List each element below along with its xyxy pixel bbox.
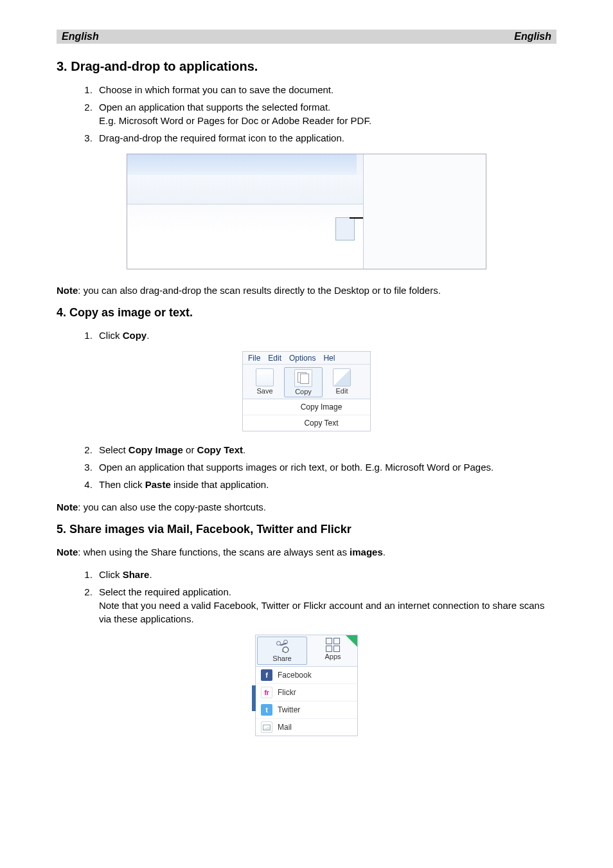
section5-title: 5. Share images via Mail, Facebook, Twit…: [57, 523, 556, 536]
menu-edit[interactable]: Edit: [268, 354, 281, 363]
apps-icon: [326, 638, 340, 652]
menu-file[interactable]: File: [248, 354, 260, 363]
s4-step-2: Select Copy Image or Copy Text.: [95, 443, 556, 457]
share-dropdown-screenshot: Share Apps f Facebook fr Flickr t: [255, 635, 358, 736]
flickr-icon: fr: [261, 687, 272, 698]
copyui-menubar: File Edit Options Hel: [243, 352, 370, 365]
share-item-flickr[interactable]: fr Flickr: [256, 684, 357, 701]
copy-text-item[interactable]: Copy Text: [243, 415, 370, 431]
edit-icon: [333, 368, 351, 386]
section3-steps: Choose in which format you can to save t…: [57, 83, 556, 145]
share-button[interactable]: Share: [257, 637, 307, 665]
s3-step-3: Drag-and-drop the required format icon t…: [95, 131, 556, 145]
copy-button[interactable]: Copy: [284, 367, 323, 397]
save-icon: [256, 368, 274, 386]
section4-title: 4. Copy as image or text.: [57, 306, 556, 320]
facebook-icon: f: [261, 669, 272, 681]
s5-step-2: Select the required application. Note th…: [95, 585, 556, 626]
twitter-icon: t: [261, 704, 272, 716]
s4-step-1: Click Copy.: [95, 329, 556, 342]
s5-step-1: Click Share.: [95, 568, 556, 581]
selection-indicator: [252, 685, 256, 711]
copy-icon: [294, 369, 312, 387]
save-button[interactable]: Save: [245, 367, 284, 397]
s3-note: Note: you can also drag-and-drop the sca…: [57, 284, 556, 297]
share-list: f Facebook fr Flickr t Twitter Mail: [256, 666, 357, 736]
section4-steps-a: Click Copy.: [57, 329, 556, 342]
s4-step-4: Then click Paste inside that application…: [95, 478, 556, 491]
share-item-mail[interactable]: Mail: [256, 719, 357, 736]
copy-image-item[interactable]: Copy Image: [243, 399, 370, 415]
share-item-facebook[interactable]: f Facebook: [256, 667, 357, 684]
s3-step-1: Choose in which format you can to save t…: [95, 83, 556, 96]
mail-icon: [261, 721, 272, 733]
copy-dropdown-screenshot: File Edit Options Hel Save Copy Edit: [242, 351, 371, 431]
header-left: English: [62, 31, 99, 42]
page-header-bar: English English: [57, 30, 556, 44]
header-right: English: [514, 31, 551, 42]
section3-title: 3. Drag-and-drop to applications.: [57, 59, 556, 74]
edit-button[interactable]: Edit: [323, 367, 361, 397]
section4-steps-b: Select Copy Image or Copy Text. Open an …: [57, 443, 556, 491]
menu-options[interactable]: Options: [289, 354, 315, 363]
share-item-twitter[interactable]: t Twitter: [256, 701, 357, 719]
share-icon: [274, 640, 290, 654]
menu-help[interactable]: Hel: [323, 354, 335, 363]
section5-steps: Click Share. Select the required applica…: [57, 568, 556, 626]
drag-drop-screenshot: [127, 154, 486, 269]
s4-step-3: Open an application that supports images…: [95, 460, 556, 474]
s5-note: Note: when using the Share functions, th…: [57, 545, 556, 559]
corner-accent: [346, 635, 357, 647]
s4-note: Note: you can also use the copy-paste sh…: [57, 500, 556, 514]
s3-step-2: Open an application that supports the se…: [95, 100, 556, 127]
copy-dropdown: Copy Image Copy Text: [243, 399, 370, 431]
